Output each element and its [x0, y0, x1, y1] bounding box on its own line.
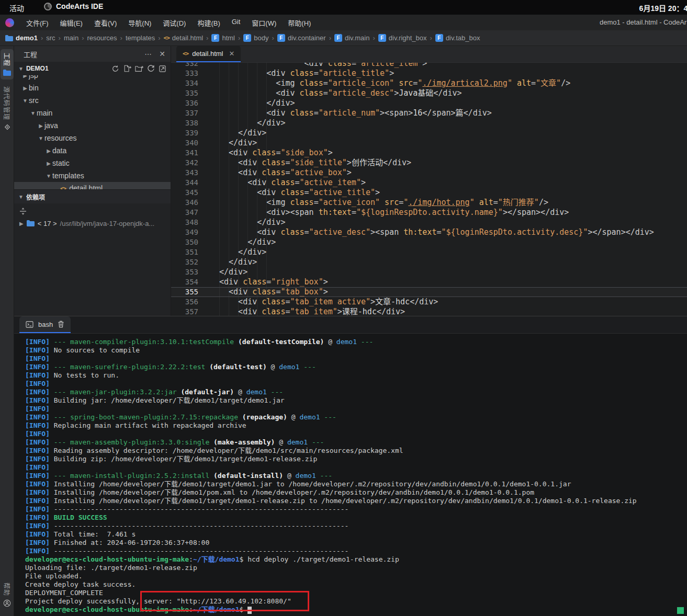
line-number: 351 — [171, 247, 198, 257]
activity-item-帮助[interactable]: 帮助 — [1, 579, 14, 611]
tree-item-bin[interactable]: ▶bin — [14, 82, 171, 94]
terminal-line: developer@ecs-cloud-host-ubuntu-img-make… — [25, 606, 687, 614]
tree-item-label: resources — [44, 134, 76, 142]
divider-arrows-icon[interactable] — [19, 208, 27, 215]
codearts-logo-icon[interactable] — [5, 18, 14, 27]
menu-item[interactable]: 查看(V) — [88, 16, 122, 30]
line-number: 345 — [171, 188, 198, 198]
code-text: <div class="tab_item">课程-hdc</div> — [219, 307, 405, 316]
more-icon[interactable]: ⋯ — [144, 50, 152, 58]
code-line: 344 <div class="active_item"> — [171, 178, 687, 188]
activity-item-源代码管理[interactable]: 源代码管理 — [1, 83, 14, 134]
terminal-line: [INFO] Installing /home/developer/下载/dem… — [25, 480, 687, 488]
terminal-line: [INFO] --- maven-install-plugin:2.5.2:in… — [25, 472, 687, 480]
field-icon: F — [435, 34, 443, 42]
code-text: <img class="active_icon" src="./img/hot.… — [219, 198, 548, 207]
tree-item-main[interactable]: ▼main — [14, 107, 171, 119]
breadcrumb-item[interactable]: templates — [126, 34, 155, 42]
breadcrumb-item[interactable]: demo1 — [5, 34, 38, 42]
refresh-icon[interactable] — [147, 65, 155, 73]
breadcrumb-label: main — [64, 34, 78, 42]
terminal-line: Uploading file: ./target/demo1-release.z… — [25, 564, 687, 572]
activities-button[interactable]: 活动 — [9, 3, 24, 13]
close-icon[interactable]: ✕ — [159, 50, 165, 58]
terminal-line: [INFO] ---------------------------------… — [25, 522, 687, 530]
chevron-down-icon: ▼ — [37, 135, 44, 141]
breadcrumb-label: div.main — [345, 34, 369, 42]
breadcrumb-item[interactable]: Fbody — [243, 34, 268, 42]
dependencies-header[interactable]: ▼ 依赖项 — [14, 189, 171, 203]
tab-bash[interactable]: bash — [19, 316, 71, 333]
code-line: 338 </div> — [171, 118, 687, 128]
terminal-line: [INFO] ---------------------------------… — [25, 505, 687, 514]
terminal-line: [INFO] ---------------------------------… — [25, 547, 687, 555]
activity-item-工程[interactable]: 工程 — [1, 49, 14, 79]
breadcrumb-item[interactable]: resources — [87, 34, 117, 42]
clock[interactable]: 6月19日 20：44 — [639, 3, 687, 13]
terminal-line: Create deploy task success. — [25, 580, 687, 589]
terminal-line: [INFO] — [25, 405, 687, 413]
terminal-panel: bash [INFO] --- maven-compiler-plugin:3.… — [14, 316, 687, 616]
menu-item[interactable]: 构建(B) — [192, 16, 226, 30]
os-top-bar: 活动 CodeArts IDE 6月19日 20：44 — [0, 0, 687, 15]
code-line: 355 <div class="tab_box"> — [171, 287, 687, 297]
tree-item-java[interactable]: ▶java — [14, 119, 171, 132]
activity-item-label: 帮助 — [3, 583, 12, 596]
line-number: 352 — [171, 257, 198, 267]
new-file-icon[interactable] — [123, 65, 131, 72]
jdk-tree-item[interactable]: ▶ < 17 > /usr/lib/jvm/java-17-openjdk-a.… — [14, 217, 171, 230]
line-number: 357 — [171, 307, 198, 316]
menu-item[interactable]: 文件(F) — [20, 16, 54, 30]
breadcrumb-item[interactable]: main — [64, 34, 78, 42]
collapse-icon[interactable] — [159, 65, 166, 73]
project-root-row[interactable]: ▼ DEMO1 — [14, 62, 171, 75]
close-icon[interactable]: ✕ — [229, 50, 235, 58]
project-folder-icon — [3, 70, 11, 76]
code-line: 357 <div class="tab_item">课程-hdc</div> — [171, 307, 687, 316]
menu-item[interactable]: 窗口(W) — [246, 16, 282, 30]
breadcrumb-item[interactable]: Fdiv.tab_box — [435, 34, 480, 42]
breadcrumb-item[interactable]: Fdiv.right_box — [378, 34, 427, 42]
line-number: 353 — [171, 267, 198, 277]
menu-item[interactable]: 帮助(H) — [282, 16, 317, 30]
terminal-line: [INFO] Total time: 7.461 s — [25, 530, 687, 539]
tree-item-data[interactable]: ▶data — [14, 144, 171, 157]
new-folder-icon[interactable] — [135, 65, 143, 72]
terminal-output[interactable]: [INFO] --- maven-compiler-plugin:3.10.1:… — [14, 334, 687, 614]
tree-item-static[interactable]: ▶static — [14, 157, 171, 169]
tree-item-resources[interactable]: ▼resources — [14, 132, 171, 144]
tab-detail-html[interactable]: <> detail.html ✕ — [176, 46, 241, 62]
code-line: 354<div class="right_box"> — [171, 277, 687, 287]
breadcrumb: demo1›src›main›resources›templates›<>det… — [0, 30, 687, 46]
sync-icon[interactable] — [111, 65, 119, 73]
tree-item-templates[interactable]: ▼templates — [14, 169, 171, 182]
code-text: </div> — [219, 218, 285, 227]
menu-item[interactable]: 导航(N) — [122, 16, 157, 30]
menu-item[interactable]: Git — [226, 16, 246, 30]
folder-icon — [5, 35, 13, 41]
tree-item-label: java — [44, 121, 58, 130]
folder-icon — [27, 220, 35, 226]
breadcrumb-item[interactable]: <>detail.html — [164, 34, 204, 42]
code-line: 339 </div> — [171, 128, 687, 138]
breadcrumb-item[interactable]: Fhtml — [211, 34, 235, 42]
breadcrumb-item[interactable]: src — [46, 34, 55, 42]
tree-item-label: data — [52, 146, 66, 155]
code-viewport[interactable]: 332 <div class="article_item">333 <div c… — [171, 63, 687, 316]
code-text: <div class="active_title"> — [219, 188, 380, 197]
chevron-down-icon: ▼ — [21, 98, 29, 104]
menu-item[interactable]: 调试(D) — [157, 16, 192, 30]
breadcrumb-separator: › — [206, 34, 208, 42]
breadcrumb-item[interactable]: Fdiv.main — [334, 34, 369, 42]
menu-item[interactable]: 编辑(E) — [54, 16, 88, 30]
trash-icon[interactable] — [58, 321, 64, 328]
code-text: </div> — [219, 267, 247, 277]
breadcrumb-item[interactable]: Fdiv.container — [277, 34, 326, 42]
tree-item-src[interactable]: ▼src — [14, 94, 171, 107]
activity-item-label: 工程 — [3, 53, 12, 66]
terminal-line: [INFO] Finished at: 2024-06-19T20:36:37+… — [25, 539, 687, 547]
terminal-line: [INFO] No tests to run. — [25, 371, 687, 380]
line-number: 334 — [171, 78, 198, 88]
code-line: 343 <div class="active_box"> — [171, 168, 687, 178]
field-icon: F — [243, 34, 251, 42]
